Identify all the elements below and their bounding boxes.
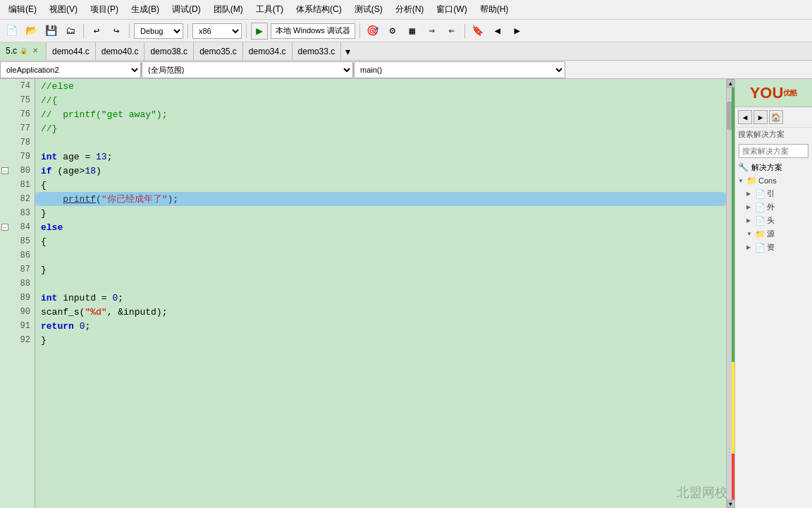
scrollbar-vertical[interactable]: ▲ ▼ [726, 79, 734, 508]
code-line-74: //else [35, 79, 726, 93]
separator-5 [359, 24, 360, 38]
run-button[interactable]: ▶ [251, 23, 268, 40]
scope-dropdown[interactable]: oleApplication2 [0, 61, 141, 78]
line-num-81: 81 [0, 178, 35, 192]
search-solutions-input[interactable] [739, 144, 808, 158]
tree-arrow-ext: ▶ [746, 204, 753, 210]
tab-demo33-label: demo33.c [298, 47, 336, 56]
menu-project[interactable]: 项目(P) [85, 2, 124, 17]
line-num-89: 89 [0, 291, 35, 305]
tree-label-header: 头 [767, 215, 775, 226]
toolbar-next[interactable]: ▶ [509, 23, 526, 40]
solution-label: 解决方案 [751, 162, 782, 173]
toolbar-btn-3[interactable]: ▦ [404, 23, 421, 40]
tree-node-file1[interactable]: ▶ 📄 资 [735, 241, 812, 254]
toolbar-btn-4[interactable]: ⇒ [424, 23, 441, 40]
toolbar-btn-1[interactable]: 🎯 [364, 23, 381, 40]
toolbar-save[interactable]: 💾 [42, 23, 59, 40]
line-num-83: 83 [0, 206, 35, 220]
menu-help[interactable]: 帮助(H) [474, 2, 515, 17]
menu-view[interactable]: 视图(V) [44, 2, 83, 17]
separator-4 [246, 24, 247, 38]
menu-arch[interactable]: 体系结构(C) [290, 2, 347, 17]
toolbar-bookmark[interactable]: 🔖 [469, 23, 486, 40]
tab-current-file[interactable]: 5.c 🔒 ✕ [0, 42, 47, 60]
line-num-88: 88 [0, 277, 35, 291]
tab-demo33[interactable]: demo33.c [293, 42, 342, 60]
line-num-82: 82 [0, 192, 35, 206]
toolbar-save-all[interactable]: 🗂 [62, 23, 79, 40]
panel-nav: ◀ ▶ 🏠 [735, 107, 812, 128]
menu-analyze[interactable]: 分析(N) [390, 2, 430, 17]
tab-current-file-label: 5.c [6, 46, 17, 56]
solutions-tree: ▼ 📁 Cons ▶ 📄 引 ▶ 📄 外 ▶ 📄 头 ▼ 📁 [735, 174, 812, 508]
tree-label-ref: 引 [767, 188, 775, 199]
collapse-80[interactable]: − [1, 167, 8, 174]
menu-team[interactable]: 团队(M) [208, 2, 249, 17]
toolbar-prev[interactable]: ◀ [489, 23, 506, 40]
toolbar-open[interactable]: 📂 [23, 23, 39, 40]
tab-demo35[interactable]: demo35.c [194, 42, 243, 60]
code-line-85: { [35, 234, 726, 248]
tree-label-cons: Cons [758, 176, 777, 185]
toolbar-new[interactable]: 📄 [3, 23, 20, 40]
tree-icon-source: 📁 [755, 229, 765, 239]
tree-icon-ext: 📄 [755, 202, 765, 212]
code-line-79: int age = 13; [35, 150, 726, 164]
scroll-down-btn[interactable]: ▼ [727, 500, 735, 508]
code-line-76: // printf("get away"); [35, 107, 726, 121]
tab-demo34[interactable]: demo34.c [243, 42, 293, 60]
tab-demo38-label: demo38.c [150, 47, 187, 56]
collapse-84[interactable]: − [1, 224, 8, 231]
menu-edit[interactable]: 编辑(E) [3, 2, 42, 17]
line-num-76: 76 [0, 107, 35, 121]
tree-icon-header: 📄 [755, 216, 765, 226]
toolbar-btn-2[interactable]: ⚙ [384, 23, 401, 40]
code-line-92: } [35, 333, 726, 347]
panel-forward-btn[interactable]: ▶ [753, 110, 768, 124]
code-line-75: //{ [35, 93, 726, 107]
youku-logo-area: YOU 优酷 [735, 79, 812, 107]
local-debugger-label: 本地 Windows 调试器 [271, 23, 355, 39]
tree-icon-file1: 📄 [755, 243, 765, 253]
toolbar-btn-5[interactable]: ⇐ [443, 23, 460, 40]
line-num-74: 74 [0, 79, 35, 93]
line-num-86: 86 [0, 248, 35, 262]
tab-close-current[interactable]: ✕ [30, 46, 40, 56]
toolbar-undo[interactable]: ↩ [88, 23, 105, 40]
code-content[interactable]: //else //{ // printf("get away"); //} in… [35, 79, 726, 508]
youku-logo: YOU [750, 84, 784, 102]
panel-home-btn[interactable]: 🏠 [769, 110, 783, 124]
panel-back-btn[interactable]: ◀ [738, 110, 752, 124]
arch-select[interactable]: x86 [192, 23, 242, 39]
debug-config-select[interactable]: Debug [134, 23, 183, 39]
scroll-up-btn[interactable]: ▲ [727, 79, 735, 87]
code-line-78 [35, 135, 726, 150]
tree-node-ref[interactable]: ▶ 📄 引 [735, 187, 812, 200]
menu-tools[interactable]: 工具(T) [250, 2, 289, 17]
tabbar: 5.c 🔒 ✕ demo44.c demo40.c demo38.c demo3… [0, 42, 812, 61]
line-num-87: 87 [0, 262, 35, 277]
tab-demo38[interactable]: demo38.c [144, 42, 194, 60]
tree-node-header[interactable]: ▶ 📄 头 [735, 214, 812, 227]
tab-demo44[interactable]: demo44.c [47, 42, 96, 60]
tab-overflow-btn[interactable]: ▾ [341, 46, 355, 57]
context-dropdown[interactable]: (全局范围) [142, 61, 353, 78]
menu-debug[interactable]: 调试(D) [166, 2, 207, 17]
dropdowns-row: oleApplication2 (全局范围) main() [0, 61, 812, 79]
tree-node-cons[interactable]: ▼ 📁 Cons [735, 174, 812, 187]
menu-build[interactable]: 生成(B) [125, 2, 165, 17]
line-num-91: 91 [0, 319, 35, 333]
toolbar-redo[interactable]: ↪ [108, 23, 125, 40]
code-line-87: } [35, 262, 726, 277]
line-num-90: 90 [0, 305, 35, 319]
code-line-80: if (age>18) [35, 164, 726, 178]
menu-test[interactable]: 测试(S) [349, 2, 388, 17]
tab-demo40[interactable]: demo40.c [96, 42, 145, 60]
function-dropdown[interactable]: main() [354, 61, 565, 78]
menu-window[interactable]: 窗口(W) [431, 2, 472, 17]
tree-node-ext[interactable]: ▶ 📄 外 [735, 200, 812, 214]
tree-node-source[interactable]: ▼ 📁 源 [735, 227, 812, 241]
code-line-82[interactable]: printf("你已经成年了"); [35, 192, 726, 206]
code-line-81: { [35, 178, 726, 192]
